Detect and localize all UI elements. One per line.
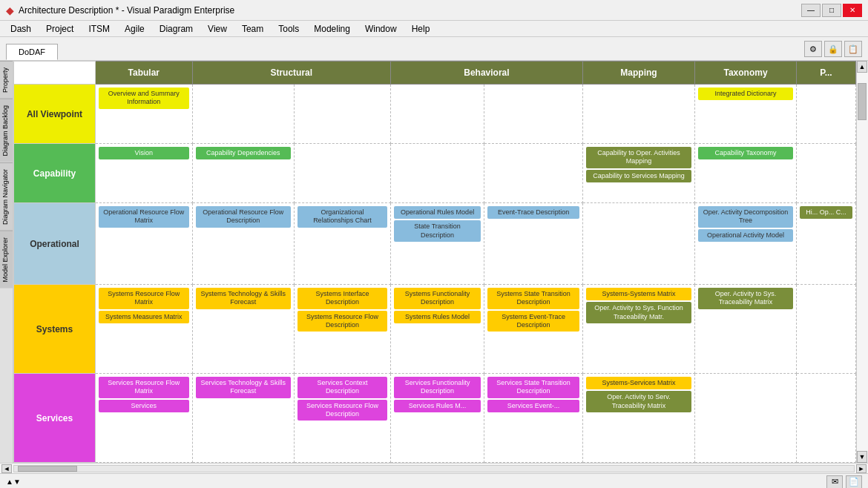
row-services: Services Services Resource Flow Matrix S… (14, 374, 856, 463)
cell-svc-behavioral1: Services Functionality Description Servi… (390, 374, 484, 463)
item-sys-systems-matrix[interactable]: Systems-Systems Matrix (586, 288, 691, 300)
item-svc-event-trace[interactable]: Services Event-... (487, 400, 579, 412)
dodaf-tab[interactable]: DoDAF (6, 44, 58, 60)
menu-view[interactable]: View (200, 22, 234, 36)
col-header-p: P... (796, 62, 855, 85)
item-oper-activity-sys-traceability[interactable]: Oper. Activity to Sys. Traceability Matr… (698, 288, 793, 309)
menu-tools[interactable]: Tools (271, 22, 306, 36)
collapse-icon[interactable]: ▲▼ (6, 478, 21, 486)
item-sys-functionality-desc[interactable]: Systems Functionality Description (394, 288, 481, 309)
minimize-button[interactable]: — (801, 4, 821, 17)
item-cap-services-mapping[interactable]: Capability to Services Mapping (586, 170, 691, 182)
cell-op-structural2: Organizational Relationships Chart (294, 203, 390, 285)
item-op-rules-model[interactable]: Operational Rules Model (394, 206, 481, 219)
cell-svc-p (796, 374, 855, 463)
col-header-tabular: Tabular (96, 62, 193, 85)
cell-op-behavioral1: Operational Rules Model State Transition… (390, 203, 484, 285)
cell-sys-behavioral1: Systems Functionality Description System… (390, 285, 484, 374)
item-hi-op-c[interactable]: Hi... Op... C... (800, 206, 852, 219)
cell-av-p (796, 85, 855, 144)
cell-op-tabular: Operational Resource Flow Matrix (96, 203, 193, 285)
cell-svc-structural2: Services Context Description Services Re… (294, 374, 390, 463)
item-capability-dependencies[interactable]: Capability Dependencies (196, 147, 291, 159)
corner-cell (14, 62, 96, 85)
cell-av-behavioral1 (390, 85, 484, 144)
cell-op-behavioral2: Event-Trace Description (484, 203, 583, 285)
scroll-down-arrow[interactable]: ▼ (857, 451, 867, 463)
scroll-up-arrow[interactable]: ▲ (857, 61, 867, 73)
maximize-button[interactable]: □ (822, 4, 841, 17)
toolbar-btn-3[interactable]: 📋 (844, 41, 862, 57)
content-scroll-area[interactable]: Tabular Structural Behavioral Mapping Ta… (13, 61, 856, 463)
item-oper-activity-serv-traceability[interactable]: Oper. Activity to Serv. Traceability Mat… (586, 391, 691, 412)
scroll-thumb-right[interactable] (858, 83, 867, 120)
cell-sys-structural2: Systems Interface Description Systems Re… (294, 285, 390, 374)
item-vision[interactable]: Vision (99, 147, 189, 159)
left-sidebar: Property Diagram Backlog Diagram Navigat… (0, 61, 13, 463)
item-sys-resource-flow-matrix[interactable]: Systems Resource Flow Matrix (99, 288, 189, 309)
menu-project[interactable]: Project (39, 22, 81, 36)
item-sys-services-matrix[interactable]: Systems-Services Matrix (586, 377, 691, 389)
row-label-operational: Operational (14, 203, 96, 285)
menu-agile[interactable]: Agile (117, 22, 152, 36)
row-label-capability: Capability (14, 144, 96, 203)
status-right-icons: ✉ 📄 (826, 475, 862, 489)
menu-team[interactable]: Team (234, 22, 271, 36)
menu-diagram[interactable]: Diagram (152, 22, 200, 36)
cell-svc-structural1: Services Technology & Skills Forecast (192, 374, 294, 463)
item-op-resource-flow-desc[interactable]: Operational Resource Flow Description (196, 206, 291, 228)
item-svc-resource-flow-matrix[interactable]: Services Resource Flow Matrix (99, 377, 189, 398)
item-svc-state-transition-desc[interactable]: Services State Transition Description (487, 377, 579, 398)
item-sys-event-trace-desc[interactable]: Systems Event-Trace Description (487, 311, 579, 332)
item-state-transition-desc[interactable]: State Transition Description (394, 220, 481, 242)
cell-op-mapping (582, 203, 694, 285)
close-button[interactable]: ✕ (843, 4, 862, 17)
item-svc-resource-flow-desc[interactable]: Services Resource Flow Description (297, 400, 387, 421)
menu-modeling[interactable]: Modeling (306, 22, 358, 36)
item-cap-oper-mapping[interactable]: Capability to Oper. Activities Mapping (586, 147, 691, 168)
item-event-trace-desc[interactable]: Event-Trace Description (487, 206, 579, 219)
toolbar-btn-2[interactable]: 🔒 (824, 41, 842, 57)
scroll-thumb-horizontal[interactable] (18, 466, 77, 472)
sidebar-tab-property[interactable]: Property (0, 61, 13, 99)
col-header-behavioral: Behavioral (390, 62, 582, 85)
right-scrollbar[interactable]: ▲ ▼ (856, 61, 868, 463)
item-integrated-dictionary[interactable]: Integrated Dictionary (698, 88, 793, 100)
item-sys-state-transition-desc[interactable]: Systems State Transition Description (487, 288, 579, 309)
scroll-right-arrow[interactable]: ► (856, 464, 867, 473)
sidebar-tab-diagram-backlog[interactable]: Diagram Backlog (0, 99, 13, 162)
item-sys-resource-flow-desc[interactable]: Systems Resource Flow Description (297, 311, 387, 332)
item-org-relationships-chart[interactable]: Organizational Relationships Chart (297, 206, 387, 228)
item-svc-tech-skills-forecast[interactable]: Services Technology & Skills Forecast (196, 377, 291, 398)
item-capability-taxonomy[interactable]: Capability Taxonomy (698, 147, 793, 159)
sidebar-tab-diagram-navigator[interactable]: Diagram Navigator (0, 162, 13, 231)
item-svc-rules-model[interactable]: Services Rules M... (394, 400, 481, 412)
item-op-resource-flow-matrix[interactable]: Operational Resource Flow Matrix (99, 206, 189, 228)
item-sys-interface-desc[interactable]: Systems Interface Description (297, 288, 387, 309)
scroll-track-horizontal (13, 465, 855, 472)
row-systems: Systems Systems Resource Flow Matrix Sys… (14, 285, 856, 374)
item-op-activity-model[interactable]: Operational Activity Model (698, 229, 793, 242)
item-oper-activity-sys-function[interactable]: Oper. Activity to Sys. Function Traceabi… (586, 302, 691, 323)
item-sys-rules-model[interactable]: Systems Rules Model (394, 311, 481, 323)
toolbar-btn-1[interactable]: ⚙ (804, 41, 822, 57)
scroll-left-arrow[interactable]: ◄ (1, 464, 12, 473)
email-icon[interactable]: ✉ (826, 475, 843, 489)
bottom-scrollbar: ◄ ► (0, 463, 868, 473)
menu-dash[interactable]: Dash (3, 22, 39, 36)
menu-help[interactable]: Help (404, 22, 438, 36)
item-svc-tabular2[interactable]: Services (99, 400, 189, 412)
item-overview-summary[interactable]: Overview and Summary Information (99, 88, 189, 109)
item-sys-tech-skills-forecast[interactable]: Systems Technology & Skills Forecast (196, 288, 291, 309)
item-sys-measures-matrix[interactable]: Systems Measures Matrix (99, 311, 189, 323)
item-oper-activity-decomp[interactable]: Oper. Activity Decomposition Tree (698, 206, 793, 228)
title-bar: ◆ Architecture Description * - Visual Pa… (0, 0, 868, 21)
menu-itsm[interactable]: ITSM (81, 22, 117, 36)
menu-window[interactable]: Window (358, 22, 404, 36)
sidebar-tab-model-explorer[interactable]: Model Explorer (0, 231, 13, 288)
col-header-taxonomy: Taxonomy (695, 62, 797, 85)
item-svc-context-desc[interactable]: Services Context Description (297, 377, 387, 398)
cell-cap-structural2 (294, 144, 390, 203)
document-icon[interactable]: 📄 (846, 475, 862, 489)
item-svc-functionality-desc[interactable]: Services Functionality Description (394, 377, 481, 398)
